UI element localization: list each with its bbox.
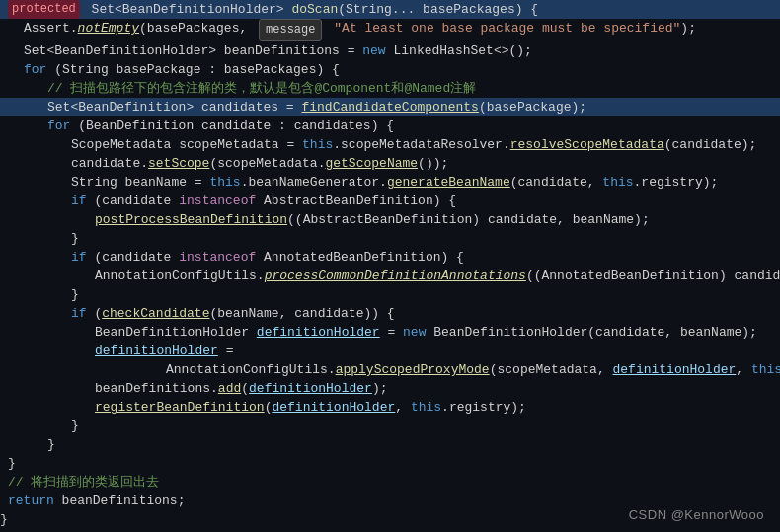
code-line-25: } [0, 454, 780, 473]
code-line-5: // 扫描包路径下的包含注解的类，默认是包含@Component和@Named注… [0, 79, 780, 98]
code-line-11: if (candidate instanceof AbstractBeanDef… [0, 191, 780, 210]
code-line-22: registerBeanDefinition(definitionHolder,… [0, 398, 780, 417]
code-line-13: } [0, 229, 780, 248]
code-line-8: ScopeMetadata scopeMetadata = this.scope… [0, 135, 780, 154]
code-line-12: postProcessBeanDefinition((AbstractBeanD… [0, 210, 780, 229]
code-line-7: for (BeanDefinition candidate : candidat… [0, 116, 780, 135]
code-line-23: } [0, 417, 780, 435]
code-line-6: Set<BeanDefinition> candidates = findCan… [0, 98, 780, 116]
code-line-3: Set<BeanDefinitionHolder> beanDefinition… [0, 41, 780, 60]
code-line-20: AnnotationConfigUtils.applyScopedProxyMo… [0, 360, 780, 379]
code-line-2: Assert.notEmpty(basePackages, message "A… [0, 19, 780, 41]
code-line-26: // 将扫描到的类返回出去 [0, 473, 780, 492]
code-line-19: definitionHolder = [0, 342, 780, 360]
code-line-4: for (String basePackage : basePackages) … [0, 60, 780, 79]
protected-keyword: protected [8, 0, 80, 19]
code-line-14: if (candidate instanceof AnnotatedBeanDe… [0, 248, 780, 266]
code-line-24: } [0, 435, 780, 454]
code-line-21: beanDefinitions.add(definitionHolder); [0, 379, 780, 398]
code-line-9: candidate.setScope(scopeMetadata.getScop… [0, 154, 780, 173]
code-editor: protected Set<BeanDefinitionHolder> doSc… [0, 0, 780, 532]
code-line-10: String beanName = this.beanNameGenerator… [0, 173, 780, 191]
code-line-1: protected Set<BeanDefinitionHolder> doSc… [0, 0, 780, 19]
watermark: CSDN @KennorWooo [629, 507, 764, 522]
code-line-18: BeanDefinitionHolder definitionHolder = … [0, 323, 780, 342]
code-line-17: if (checkCandidate(beanName, candidate))… [0, 304, 780, 323]
code-line-16: } [0, 285, 780, 304]
code-line-15: AnnotationConfigUtils.processCommonDefin… [0, 266, 780, 285]
tooltip-message: message [259, 19, 322, 41]
